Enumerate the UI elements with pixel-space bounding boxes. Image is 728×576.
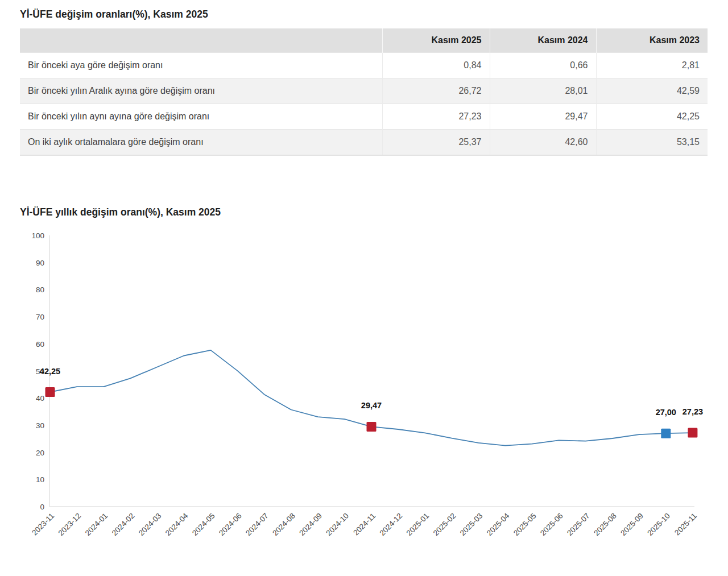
x-tick-label: 2025-01	[405, 511, 431, 537]
x-tick-label: 2025-07	[565, 511, 592, 537]
svg-text:0: 0	[40, 503, 44, 511]
x-tick-label: 2025-08	[592, 511, 618, 537]
value-kasim-2024: 28,01	[490, 78, 596, 103]
value-kasim-2023: 53,15	[596, 129, 708, 155]
x-tick-label: 2024-07	[244, 511, 270, 537]
data-point-marker[interactable]	[46, 387, 55, 397]
value-kasim-2023: 42,25	[596, 103, 708, 129]
svg-text:70: 70	[36, 313, 44, 321]
page: Yİ-ÜFE değişim oranları(%), Kasım 2025 K…	[20, 8, 708, 556]
column-header-kasim-2023: Kasım 2023	[596, 28, 708, 53]
x-tick-label: 2024-04	[164, 511, 190, 537]
x-tick-label: 2024-05	[191, 511, 217, 537]
x-tick-label: 2024-11	[351, 511, 377, 537]
x-tick-label: 2024-03	[137, 511, 163, 537]
row-label: On iki aylık ortalamalara göre değişim o…	[20, 129, 382, 155]
x-tick-label: 2024-08	[271, 511, 297, 537]
chart-section: Yİ-ÜFE yıllık değişim oranı(%), Kasım 20…	[20, 206, 708, 556]
table-row: Bir önceki yılın aynı ayına göre değişim…	[20, 103, 708, 129]
x-tick-label: 2023-11	[30, 511, 56, 537]
table-row: Bir önceki aya göre değişim oranı 0,84 0…	[20, 52, 708, 78]
table-row: Bir önceki yılın Aralık ayına göre değiş…	[20, 78, 708, 103]
value-kasim-2024: 42,60	[490, 129, 596, 155]
x-tick-label: 2024-01	[84, 511, 110, 537]
value-kasim-2025: 25,37	[382, 129, 490, 155]
x-tick-label: 2025-10	[646, 511, 672, 537]
line-chart[interactable]: 01020304050607080901002023-112023-122024…	[20, 225, 708, 554]
row-label: Bir önceki aya göre değişim oranı	[20, 52, 382, 78]
svg-text:20: 20	[36, 448, 44, 457]
x-tick-label: 2025-05	[512, 511, 538, 537]
svg-text:80: 80	[36, 285, 44, 294]
svg-text:60: 60	[36, 339, 44, 348]
svg-text:30: 30	[36, 421, 44, 429]
value-kasim-2023: 2,81	[596, 52, 708, 78]
value-kasim-2025: 27,23	[382, 103, 490, 129]
x-tick-label: 2025-02	[432, 511, 458, 537]
row-label: Bir önceki yılın aynı ayına göre değişim…	[20, 103, 382, 129]
x-tick-label: 2024-06	[217, 511, 243, 537]
x-tick-label: 2025-11	[673, 511, 698, 537]
data-point-label: 27,00	[656, 408, 676, 417]
rates-table: Kasım 2025 Kasım 2024 Kasım 2023 Bir önc…	[20, 28, 708, 156]
table-header-row: Kasım 2025 Kasım 2024 Kasım 2023	[20, 28, 708, 53]
chart-title: Yİ-ÜFE yıllık değişim oranı(%), Kasım 20…	[20, 206, 708, 219]
data-point-marker[interactable]	[661, 428, 671, 438]
table-title: Yİ-ÜFE değişim oranları(%), Kasım 2025	[20, 8, 708, 21]
column-header-empty	[20, 28, 382, 53]
value-kasim-2023: 42,59	[596, 78, 708, 103]
data-point-label: 42,25	[40, 366, 60, 375]
row-label: Bir önceki yılın Aralık ayına göre değiş…	[20, 78, 382, 103]
svg-text:90: 90	[36, 258, 44, 267]
x-tick-label: 2024-10	[324, 511, 350, 537]
x-tick-label: 2024-02	[110, 511, 136, 537]
data-point-marker[interactable]	[367, 421, 377, 431]
value-kasim-2025: 0,84	[382, 52, 490, 78]
value-kasim-2024: 0,66	[490, 52, 596, 78]
x-tick-label: 2024-12	[378, 511, 404, 537]
data-point-label: 27,23	[682, 407, 703, 416]
x-tick-label: 2025-06	[539, 511, 565, 537]
value-kasim-2025: 26,72	[382, 78, 490, 103]
x-tick-label: 2024-09	[297, 511, 324, 537]
svg-text:100: 100	[31, 231, 44, 240]
x-tick-label: 2025-03	[458, 511, 485, 537]
x-tick-label: 2023-12	[57, 511, 83, 537]
svg-text:40: 40	[36, 394, 44, 403]
x-tick-label: 2025-09	[619, 511, 645, 537]
value-kasim-2024: 29,47	[490, 103, 596, 129]
x-tick-label: 2025-04	[485, 511, 511, 537]
column-header-kasim-2025: Kasım 2025	[382, 28, 490, 53]
table-section: Yİ-ÜFE değişim oranları(%), Kasım 2025 K…	[20, 8, 708, 156]
column-header-kasim-2024: Kasım 2024	[490, 28, 596, 53]
table-body: Bir önceki aya göre değişim oranı 0,84 0…	[20, 52, 708, 155]
data-point-marker[interactable]	[688, 428, 697, 437]
data-point-label: 29,47	[361, 401, 382, 410]
svg-text:10: 10	[36, 475, 44, 484]
table-row: On iki aylık ortalamalara göre değişim o…	[20, 129, 708, 155]
